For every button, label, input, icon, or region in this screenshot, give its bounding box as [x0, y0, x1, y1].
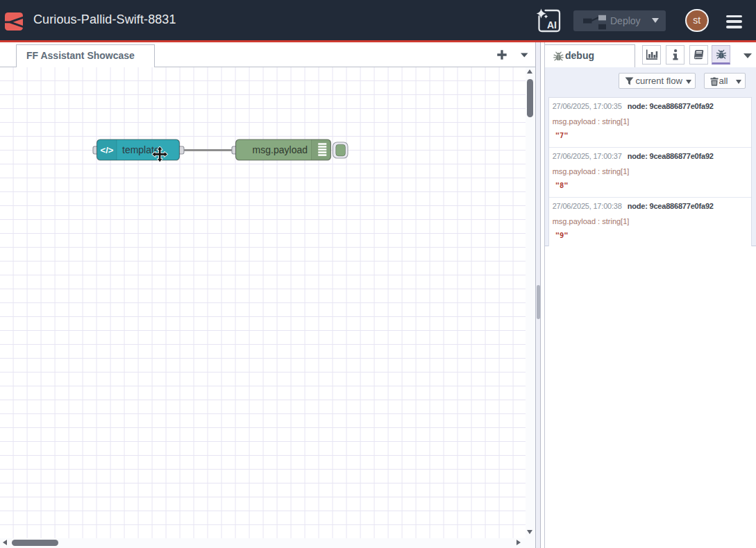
debug-message[interactable]: 27/06/2025, 17:00:38node: 9cea886877e0fa…	[549, 198, 752, 248]
user-avatar[interactable]: st	[685, 9, 709, 33]
hamburger-bar	[726, 26, 742, 28]
workspace-title: Curious-Pallid-Swift-8831	[33, 0, 176, 40]
code-icon: </>	[101, 145, 114, 155]
flow-tab-label: FF Assistant Showcase	[26, 45, 135, 67]
sidebar-tab-debug-icon-button[interactable]	[712, 45, 730, 64]
deploy-options-caret-icon[interactable]	[652, 18, 659, 23]
debug-message-topic: msg.payload : string[1]	[553, 216, 630, 226]
scroll-left-arrow-icon[interactable]	[3, 540, 7, 545]
flow-canvas[interactable]: </> template msg.payload	[0, 67, 526, 538]
trash-icon	[710, 77, 719, 86]
book-icon	[693, 49, 704, 60]
ai-assistant-icon[interactable]: AI	[537, 8, 562, 33]
flow-tab-bar: FF Assistant Showcase	[0, 42, 535, 67]
debug-message-timestamp: 27/06/2025, 17:00:37	[553, 152, 622, 160]
horizontal-scroll-thumb[interactable]	[12, 540, 58, 546]
debug-message[interactable]: 27/06/2025, 17:00:35node: 9cea886877e0fa…	[549, 98, 752, 148]
debug-message-value: "7"	[555, 130, 569, 141]
sidebar-splitter[interactable]	[535, 42, 541, 548]
debug-node[interactable]: msg.payload	[232, 139, 348, 160]
ai-label: AI	[547, 19, 557, 31]
debug-message-meta: 27/06/2025, 17:00:37node: 9cea886877e0fa…	[553, 151, 714, 161]
add-flow-button[interactable]	[492, 45, 512, 65]
info-icon	[673, 49, 678, 60]
template-node[interactable]: </> template	[93, 139, 184, 160]
node-red-editor: Curious-Pallid-Swift-8831 AI Deploy st	[0, 0, 756, 548]
debug-message-topic: msg.payload : string[1]	[553, 166, 630, 176]
deploy-button-label: Deploy	[610, 10, 641, 31]
vertical-scroll-thumb[interactable]	[527, 79, 533, 118]
bar-chart-icon	[646, 49, 657, 60]
filter-funnel-icon	[625, 77, 634, 85]
debug-message-node-id: node: 9cea886877e0fa92	[628, 202, 714, 210]
debug-message-node-id: node: 9cea886877e0fa92	[628, 102, 714, 110]
debug-message-timestamp: 27/06/2025, 17:00:38	[553, 202, 622, 210]
main-menu-button[interactable]	[726, 15, 742, 29]
debug-filter-label: current flow	[636, 74, 682, 88]
sidebar-tab-info[interactable]	[666, 45, 684, 64]
sidebar-tab-debug-label: debug	[565, 45, 594, 67]
clear-caret-icon	[736, 80, 741, 84]
filter-caret-icon	[686, 80, 691, 84]
sidebar: debug	[544, 42, 756, 548]
debug-message-meta: 27/06/2025, 17:00:35node: 9cea886877e0fa…	[553, 101, 714, 111]
scroll-up-arrow-icon[interactable]	[527, 69, 532, 74]
splitter-drag-handle[interactable]	[537, 285, 539, 319]
debug-message-meta: 27/06/2025, 17:00:38node: 9cea886877e0fa…	[553, 201, 714, 211]
scroll-right-arrow-icon[interactable]	[516, 540, 521, 545]
flow-tab-active[interactable]: FF Assistant Showcase	[16, 44, 155, 67]
small-sparkle-icon	[544, 15, 548, 19]
scroll-down-arrow-icon[interactable]	[527, 530, 532, 534]
sidebar-tab-help[interactable]	[689, 45, 708, 64]
debug-filter-button[interactable]: current flow	[619, 73, 696, 89]
flow-list-caret-icon[interactable]	[516, 45, 533, 65]
debug-message-list[interactable]: 27/06/2025, 17:00:35node: 9cea886877e0fa…	[548, 97, 753, 247]
sidebar-tabs-caret-icon[interactable]	[744, 53, 752, 58]
sidebar-tab-dashboard[interactable]	[642, 45, 661, 64]
debug-message-timestamp: 27/06/2025, 17:00:35	[553, 102, 622, 110]
sidebar-tab-strip: debug	[545, 42, 756, 67]
debug-message-topic: msg.payload : string[1]	[553, 117, 630, 126]
bug-icon	[716, 49, 726, 59]
hamburger-bar	[726, 15, 742, 18]
header: Curious-Pallid-Swift-8831 AI Deploy st	[0, 0, 756, 40]
debug-clear-button[interactable]: all	[704, 73, 746, 89]
hamburger-bar	[726, 20, 742, 23]
canvas-vertical-scrollbar[interactable]	[526, 67, 535, 538]
debug-message-value: "9"	[555, 230, 569, 241]
debug-panel-toolbar-area: current flow all 27/06/2025, 17:00:35nod…	[545, 67, 756, 247]
debug-clear-label: all	[719, 74, 728, 88]
flowfuse-logo-icon[interactable]	[5, 12, 23, 31]
debug-node-label: msg.payload	[253, 144, 308, 155]
deploy-button[interactable]: Deploy	[573, 10, 666, 31]
debug-message-node-id: node: 9cea886877e0fa92	[628, 152, 714, 160]
canvas-horizontal-scrollbar[interactable]	[0, 538, 535, 548]
debug-message-value: "8"	[555, 180, 569, 191]
debug-message[interactable]: 27/06/2025, 17:00:37node: 9cea886877e0fa…	[549, 148, 752, 198]
bug-icon	[553, 51, 564, 61]
deploy-nodes-icon	[582, 13, 607, 30]
sidebar-tab-debug[interactable]: debug	[545, 44, 636, 67]
